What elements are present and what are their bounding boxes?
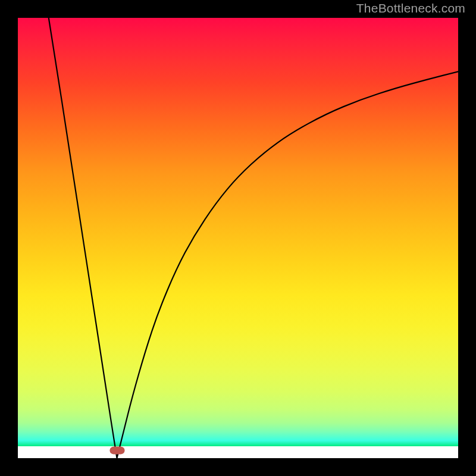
plot-area	[18, 18, 458, 458]
optimal-point-marker	[109, 446, 124, 454]
chart-frame: TheBottleneck.com	[0, 0, 476, 476]
watermark-text: TheBottleneck.com	[356, 1, 465, 15]
bottleneck-curve	[18, 18, 458, 458]
